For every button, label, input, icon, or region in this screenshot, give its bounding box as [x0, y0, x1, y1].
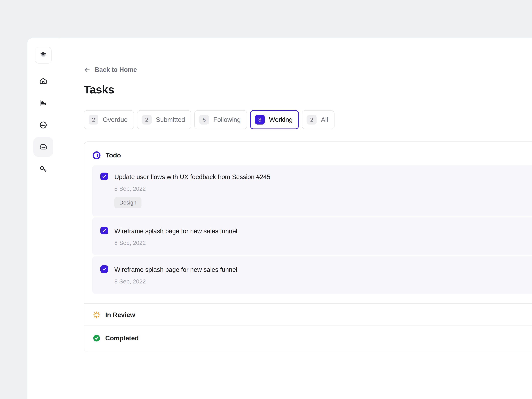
- section-header-in-review[interactable]: In Review: [84, 304, 532, 325]
- section-header-completed[interactable]: Completed: [84, 326, 532, 352]
- check-icon: [102, 267, 107, 272]
- task-tag: Design: [114, 197, 141, 208]
- app-panel: Back to Home Tasks 2 Overdue 2 Submitted…: [27, 38, 532, 399]
- section-header-todo[interactable]: Todo: [84, 142, 532, 165]
- sidebar: [27, 38, 59, 399]
- task-title: Wireframe splash page for new sales funn…: [114, 227, 237, 235]
- filter-label: Working: [269, 116, 293, 123]
- task-body: Wireframe splash page for new sales funn…: [114, 265, 237, 285]
- task-row[interactable]: Update user flows with UX feedback from …: [92, 165, 532, 216]
- task-row[interactable]: Wireframe splash page for new sales funn…: [92, 217, 532, 255]
- filter-label: Submitted: [156, 116, 185, 123]
- section-label: Completed: [105, 335, 139, 342]
- sidebar-item-gallery[interactable]: [33, 115, 53, 135]
- filter-count-badge: 5: [199, 115, 209, 125]
- inbox-icon: [39, 143, 48, 151]
- filter-pill[interactable]: 3 Working: [250, 110, 299, 129]
- filter-count-badge: 2: [89, 115, 98, 125]
- sidebar-item-reports[interactable]: [33, 93, 53, 113]
- half-filled-circle-icon: [92, 151, 101, 160]
- filter-pill[interactable]: 2 Overdue: [84, 110, 134, 129]
- filter-count-badge: 2: [142, 115, 152, 125]
- app-logo[interactable]: [35, 47, 52, 64]
- back-to-home-link[interactable]: Back to Home: [84, 66, 137, 73]
- page-title: Tasks: [84, 83, 532, 96]
- task-checkbox[interactable]: [101, 227, 108, 234]
- task-checkbox[interactable]: [101, 173, 108, 180]
- check-icon: [102, 174, 107, 179]
- sidebar-nav: [33, 71, 53, 179]
- task-title: Update user flows with UX feedback from …: [114, 173, 270, 181]
- back-link-label: Back to Home: [95, 66, 137, 73]
- filter-pill[interactable]: 2 Submitted: [137, 110, 191, 129]
- layers-icon: [39, 51, 48, 60]
- filter-pill[interactable]: 2 All: [302, 110, 334, 129]
- task-body: Update user flows with UX feedback from …: [114, 173, 270, 208]
- task-date: 8 Sep, 2022: [114, 278, 237, 285]
- filter-label: All: [321, 116, 328, 123]
- task-body: Wireframe splash page for new sales funn…: [114, 227, 237, 246]
- sidebar-item-keys[interactable]: [33, 159, 53, 179]
- filter-pill[interactable]: 5 Following: [194, 110, 247, 129]
- home-icon: [39, 77, 48, 85]
- spinner-icon: [93, 311, 101, 319]
- main-content: Back to Home Tasks 2 Overdue 2 Submitted…: [59, 38, 532, 399]
- task-list: Update user flows with UX feedback from …: [92, 165, 532, 303]
- task-title: Wireframe splash page for new sales funn…: [114, 265, 237, 274]
- check-icon: [102, 228, 107, 233]
- filter-label: Following: [213, 116, 241, 123]
- image-icon: [39, 121, 48, 129]
- filter-count-badge: 2: [307, 115, 317, 125]
- check-circle-icon: [93, 334, 101, 342]
- task-tags: Design: [114, 197, 270, 208]
- task-date: 8 Sep, 2022: [114, 185, 270, 192]
- arrow-left-icon: [84, 66, 91, 73]
- bar-chart-icon: [39, 99, 48, 108]
- filter-count-badge: 3: [255, 115, 265, 125]
- section-label: Todo: [106, 152, 121, 159]
- filter-label: Overdue: [103, 116, 128, 123]
- key-icon: [39, 165, 48, 173]
- filter-bar: 2 Overdue 2 Submitted 5 Following 3 Work…: [84, 110, 532, 129]
- tasks-card: Todo Update user flows with UX feedback …: [84, 141, 532, 352]
- sidebar-item-inbox[interactable]: [33, 137, 53, 157]
- task-date: 8 Sep, 2022: [114, 239, 237, 246]
- sidebar-item-home[interactable]: [33, 71, 53, 91]
- task-row[interactable]: Wireframe splash page for new sales funn…: [92, 256, 532, 294]
- section-label: In Review: [105, 311, 135, 318]
- task-checkbox[interactable]: [101, 265, 108, 273]
